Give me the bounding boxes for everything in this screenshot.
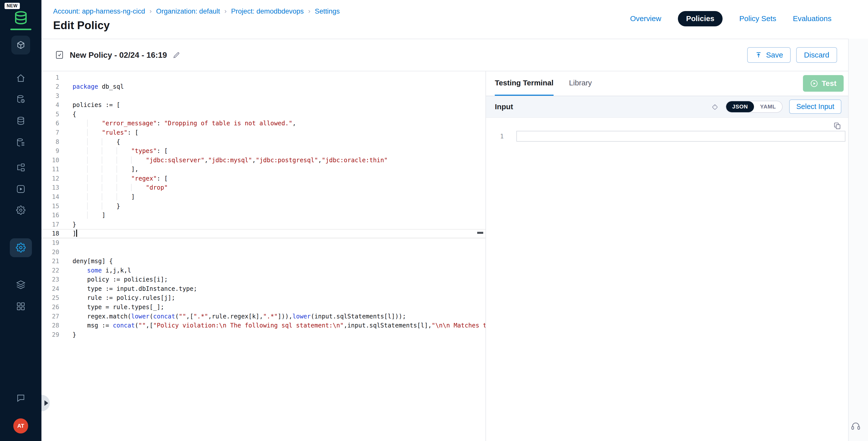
- code-line[interactable]: 29}: [41, 330, 486, 340]
- policy-check-icon: [55, 50, 64, 60]
- code-line[interactable]: 10 "jdbc:sqlserver","jdbc:mysql","jdbc:p…: [41, 156, 486, 165]
- policy-name: New Policy - 02/24 - 16:19: [70, 51, 167, 60]
- line-number: 3: [41, 91, 59, 101]
- tab-policy-sets[interactable]: Policy Sets: [739, 14, 776, 23]
- module-cube-icon[interactable]: [11, 36, 30, 55]
- logo-underline: [10, 29, 31, 30]
- code-line[interactable]: 14 ]: [41, 192, 486, 202]
- code-line[interactable]: 4policies := [: [41, 100, 486, 110]
- breadcrumb-settings[interactable]: Settings: [315, 7, 340, 15]
- support-headset-icon[interactable]: [850, 421, 861, 432]
- code-line[interactable]: 28 msg := concat("",["Policy violation:\…: [41, 321, 486, 330]
- input-section-label: Input: [495, 102, 513, 111]
- chevron-right-icon: [44, 400, 48, 406]
- copy-icon[interactable]: [833, 122, 841, 130]
- line-number: 14: [41, 192, 59, 202]
- code-line[interactable]: 3: [41, 91, 486, 101]
- code-line[interactable]: 11 ],: [41, 165, 486, 174]
- code-line[interactable]: 13 "drop": [41, 183, 486, 192]
- toolbar-actions: Save Discard: [747, 47, 837, 63]
- line-number: 5: [41, 110, 59, 119]
- discard-button[interactable]: Discard: [796, 47, 837, 63]
- code-line[interactable]: 8 {: [41, 137, 486, 147]
- database-clock-icon[interactable]: [10, 92, 32, 106]
- gear-icon[interactable]: [10, 203, 32, 217]
- code-line[interactable]: 2package db_sql: [41, 82, 486, 91]
- code-line[interactable]: 9 "types": [: [41, 147, 486, 156]
- code-line[interactable]: 6 "error_message": "Dropping of table is…: [41, 119, 486, 128]
- top-nav: Overview Policies Policy Sets Evaluation…: [630, 11, 832, 26]
- database-list-icon[interactable]: [10, 135, 32, 150]
- breadcrumb-separator: ›: [149, 7, 152, 15]
- select-input-label: Select Input: [797, 102, 834, 111]
- code-line[interactable]: 17}: [41, 220, 486, 229]
- breadcrumb-account[interactable]: Account: app-harness-ng-cicd: [53, 7, 145, 15]
- tab-overview[interactable]: Overview: [630, 14, 661, 23]
- input-editor-line[interactable]: 1: [486, 131, 848, 141]
- test-button[interactable]: Test: [803, 75, 844, 92]
- workspace: 12package db_sql34policies := [5{6 "erro…: [41, 71, 848, 441]
- policy-toolbar: New Policy - 02/24 - 16:19 Save Discard: [41, 39, 848, 71]
- home-icon[interactable]: [10, 71, 32, 85]
- discard-button-label: Discard: [804, 51, 829, 59]
- tab-evaluations[interactable]: Evaluations: [793, 14, 832, 23]
- settings-gear-icon-selected[interactable]: [10, 238, 32, 257]
- code-line[interactable]: 23 policy := policies[i];: [41, 275, 486, 284]
- format-toggle: JSON YAML: [725, 101, 783, 113]
- test-button-label: Test: [822, 79, 836, 88]
- select-input-button[interactable]: Select Input: [789, 99, 841, 114]
- layers-icon[interactable]: [10, 278, 32, 292]
- tab-policies[interactable]: Policies: [678, 11, 723, 26]
- code-line[interactable]: 21deny[msg] {: [41, 257, 486, 266]
- code-line[interactable]: 22 some i,j,k,l: [41, 266, 486, 275]
- play-circle-icon: [810, 80, 818, 88]
- breadcrumb-project[interactable]: Project: demodbdevops: [231, 7, 304, 15]
- line-number: 27: [41, 312, 59, 321]
- code-line[interactable]: 12 "regex": [: [41, 174, 486, 183]
- save-button[interactable]: Save: [747, 47, 790, 63]
- breadcrumb-organization[interactable]: Organization: default: [156, 7, 220, 15]
- line-number: 9: [41, 147, 59, 156]
- policy-code-editor[interactable]: 12package db_sql34policies := [5{6 "erro…: [41, 71, 486, 441]
- line-number: 17: [41, 220, 59, 229]
- tag-icon[interactable]: [710, 102, 719, 111]
- avatar[interactable]: AT: [13, 418, 28, 434]
- code-line[interactable]: 25 rule := policy.rules[j];: [41, 293, 486, 303]
- code-lines: 12package db_sql34policies := [5{6 "erro…: [41, 73, 486, 340]
- code-line[interactable]: 5{: [41, 110, 486, 119]
- code-line[interactable]: 1: [41, 73, 486, 83]
- code-line[interactable]: 20: [41, 248, 486, 257]
- code-line[interactable]: 27 regex.match(lower(concat("",[".*",rul…: [41, 312, 486, 321]
- upload-arrow-icon: [755, 52, 762, 59]
- chat-icon[interactable]: [10, 391, 32, 405]
- code-line[interactable]: 18]: [41, 229, 486, 238]
- input-editor[interactable]: 1: [486, 118, 848, 441]
- line-number: 15: [41, 202, 59, 211]
- line-number: 2: [41, 82, 59, 91]
- line-number: 13: [41, 183, 59, 192]
- tab-testing-terminal[interactable]: Testing Terminal: [495, 71, 554, 96]
- edit-policy-card: New Policy - 02/24 - 16:19 Save Discard: [41, 39, 848, 441]
- code-line[interactable]: 26 type = rule.types[_];: [41, 303, 486, 312]
- input-editor-current-line[interactable]: [516, 131, 845, 142]
- line-number: 23: [41, 275, 59, 284]
- edit-name-pencil-icon[interactable]: [173, 51, 180, 59]
- modules-grid-icon[interactable]: [10, 299, 32, 313]
- tab-library[interactable]: Library: [569, 71, 592, 96]
- format-yaml-option[interactable]: YAML: [754, 101, 782, 112]
- code-line[interactable]: 15 }: [41, 202, 486, 211]
- format-json-option[interactable]: JSON: [726, 101, 754, 112]
- code-line[interactable]: 19: [41, 238, 486, 248]
- executions-icon[interactable]: [10, 182, 32, 196]
- pipeline-icon[interactable]: [10, 160, 32, 175]
- line-number: 18: [41, 229, 59, 238]
- harness-dbdevops-logo-icon[interactable]: [12, 10, 29, 26]
- database-stack-icon[interactable]: [10, 114, 32, 128]
- line-number: 10: [41, 156, 59, 165]
- code-line[interactable]: 7 "rules": [: [41, 128, 486, 137]
- code-line[interactable]: 24 type := input.dbInstance.type;: [41, 284, 486, 293]
- code-line[interactable]: 16 ]: [41, 211, 486, 220]
- line-number: 22: [41, 266, 59, 275]
- app-window: NEW: [0, 0, 868, 441]
- input-line-number: 1: [486, 133, 504, 140]
